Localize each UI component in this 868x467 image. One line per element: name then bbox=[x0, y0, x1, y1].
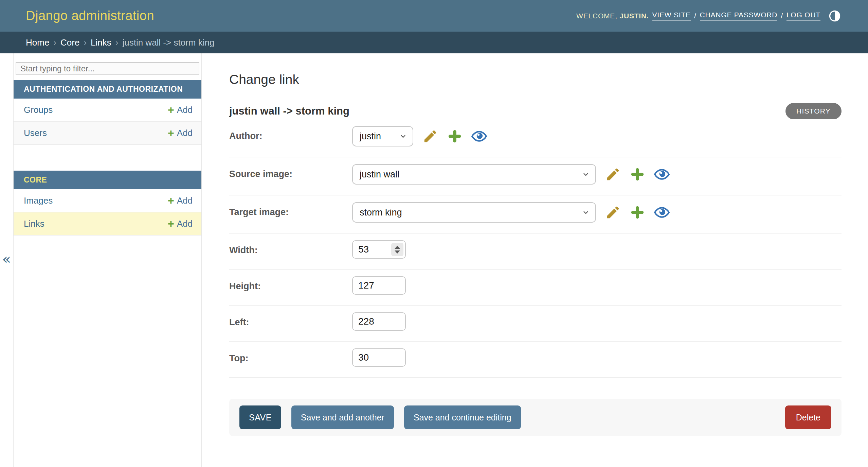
chevron-down-icon bbox=[399, 132, 407, 140]
pencil-icon bbox=[422, 128, 438, 144]
stepper-down-icon bbox=[395, 250, 400, 254]
sidebar-module-auth: AUTHENTICATION AND AUTHORIZATION Groups … bbox=[14, 80, 201, 145]
breadcrumb-separator: › bbox=[115, 37, 119, 48]
field-row-top: Top: bbox=[229, 342, 842, 378]
source-image-select[interactable]: justin wall bbox=[352, 164, 596, 185]
field-row-source-image: Source image: justin wall bbox=[229, 157, 842, 195]
welcome-text: WELCOME, JUSTIN. bbox=[576, 12, 649, 20]
left-label: Left: bbox=[229, 312, 352, 328]
view-source-image-button[interactable] bbox=[654, 166, 670, 183]
breadcrumb-current: justin wall -> storm king bbox=[122, 37, 214, 48]
breadcrumb-home[interactable]: Home bbox=[26, 37, 49, 48]
add-users-link[interactable]: + Add bbox=[168, 127, 193, 138]
object-title: justin wall -> storm king bbox=[229, 105, 349, 117]
width-stepper[interactable] bbox=[391, 243, 403, 256]
breadcrumb-core[interactable]: Core bbox=[60, 37, 79, 48]
delete-button[interactable]: Delete bbox=[785, 405, 831, 429]
logout-link[interactable]: LOG OUT bbox=[786, 11, 820, 21]
target-image-related-actions bbox=[605, 202, 670, 223]
welcome-prefix: WELCOME, bbox=[576, 12, 617, 20]
edit-source-image-button[interactable] bbox=[605, 166, 621, 183]
module-gap bbox=[14, 145, 201, 166]
top-field bbox=[352, 348, 406, 367]
sidebar-collapse-toggle[interactable]: « bbox=[0, 53, 14, 467]
plus-icon: + bbox=[168, 127, 174, 138]
plus-icon bbox=[630, 205, 645, 220]
left-input[interactable] bbox=[352, 312, 406, 331]
links-link[interactable]: Links bbox=[24, 219, 44, 229]
sidebar-item-groups[interactable]: Groups + Add bbox=[14, 99, 201, 122]
user-tools: WELCOME, JUSTIN. VIEW SITE / CHANGE PASS… bbox=[576, 9, 842, 23]
sidebar-section-core-title: CORE bbox=[14, 171, 201, 189]
author-field: justin bbox=[352, 126, 487, 146]
half-circle-contrast-icon bbox=[829, 10, 841, 22]
width-field bbox=[352, 240, 406, 259]
users-link[interactable]: Users bbox=[24, 128, 47, 138]
source-image-related-actions bbox=[605, 164, 670, 185]
edit-author-button[interactable] bbox=[422, 128, 438, 144]
submit-row: SAVE Save and add another Save and conti… bbox=[229, 399, 842, 436]
theme-toggle-button[interactable] bbox=[828, 9, 842, 23]
images-link[interactable]: Images bbox=[24, 195, 53, 206]
breadcrumb: Home › Core › Links › justin wall -> sto… bbox=[0, 32, 868, 53]
height-input[interactable] bbox=[352, 276, 406, 295]
django-admin-page: Django administration WELCOME, JUSTIN. V… bbox=[0, 0, 868, 467]
sidebar-item-images[interactable]: Images + Add bbox=[14, 189, 201, 212]
add-images-link[interactable]: + Add bbox=[168, 195, 193, 206]
add-author-button[interactable] bbox=[447, 128, 463, 144]
author-select[interactable]: justin bbox=[352, 126, 413, 146]
nav-sidebar: AUTHENTICATION AND AUTHORIZATION Groups … bbox=[14, 53, 202, 467]
add-source-image-button[interactable] bbox=[629, 166, 646, 183]
separator: / bbox=[694, 12, 697, 20]
target-image-field: storm king bbox=[352, 202, 670, 223]
breadcrumb-separator: › bbox=[53, 37, 56, 48]
add-links-link[interactable]: + Add bbox=[168, 218, 193, 229]
add-label: Add bbox=[177, 105, 193, 115]
plus-icon: + bbox=[168, 195, 174, 206]
top-input[interactable] bbox=[352, 348, 406, 367]
breadcrumb-separator: › bbox=[84, 37, 87, 48]
field-row-target-image: Target image: storm king bbox=[229, 195, 842, 234]
object-header: justin wall -> storm king HISTORY bbox=[229, 103, 842, 119]
change-password-link[interactable]: CHANGE PASSWORD bbox=[700, 11, 778, 21]
add-groups-link[interactable]: + Add bbox=[168, 104, 193, 115]
field-row-width: Width: bbox=[229, 234, 842, 270]
sidebar-module-core: CORE Images + Add Links + Add bbox=[14, 171, 201, 236]
save-button[interactable]: SAVE bbox=[239, 405, 281, 429]
eye-icon bbox=[654, 204, 670, 221]
author-related-actions bbox=[422, 126, 487, 146]
groups-link[interactable]: Groups bbox=[24, 105, 53, 115]
source-image-field: justin wall bbox=[352, 164, 670, 185]
source-image-select-value: justin wall bbox=[360, 169, 399, 180]
separator: / bbox=[781, 12, 783, 20]
plus-icon: + bbox=[168, 104, 174, 115]
sidebar-filter-input[interactable] bbox=[16, 62, 199, 75]
edit-target-image-button[interactable] bbox=[605, 204, 621, 221]
sidebar-item-users[interactable]: Users + Add bbox=[14, 122, 201, 145]
save-and-add-another-button[interactable]: Save and add another bbox=[291, 405, 394, 429]
pencil-icon bbox=[605, 167, 621, 182]
change-link-form: Author: justin bbox=[229, 119, 842, 436]
eye-icon bbox=[471, 128, 487, 144]
field-row-author: Author: justin bbox=[229, 119, 842, 157]
view-site-link[interactable]: VIEW SITE bbox=[652, 11, 691, 21]
stepper-up-icon bbox=[395, 246, 400, 249]
add-target-image-button[interactable] bbox=[629, 204, 646, 221]
save-and-continue-editing-button[interactable]: Save and continue editing bbox=[404, 405, 521, 429]
breadcrumb-links[interactable]: Links bbox=[91, 37, 111, 48]
height-label: Height: bbox=[229, 276, 352, 292]
add-label: Add bbox=[177, 195, 193, 206]
target-image-select[interactable]: storm king bbox=[352, 202, 596, 223]
author-label: Author: bbox=[229, 126, 352, 141]
view-target-image-button[interactable] bbox=[654, 204, 670, 221]
target-image-label: Target image: bbox=[229, 202, 352, 218]
history-button[interactable]: HISTORY bbox=[785, 103, 842, 119]
content-wrap: « AUTHENTICATION AND AUTHORIZATION Group… bbox=[0, 53, 868, 467]
view-author-button[interactable] bbox=[471, 128, 487, 144]
page-title: Change link bbox=[229, 72, 842, 87]
height-field bbox=[352, 276, 406, 295]
sidebar-item-links[interactable]: Links + Add bbox=[14, 212, 201, 236]
add-label: Add bbox=[177, 128, 193, 138]
source-image-label: Source image: bbox=[229, 164, 352, 179]
app-header: Django administration WELCOME, JUSTIN. V… bbox=[0, 0, 868, 32]
